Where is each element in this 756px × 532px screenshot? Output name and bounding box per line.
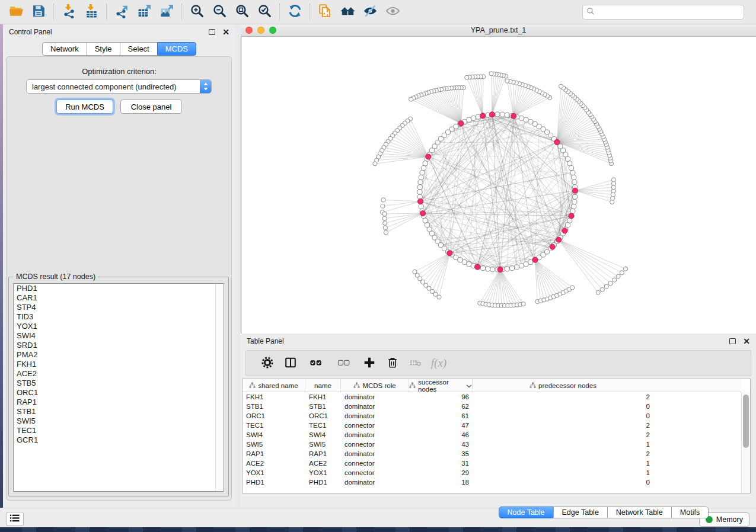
- table-row[interactable]: STB1STB1dominator620: [243, 402, 741, 411]
- float-table-panel-icon[interactable]: [729, 338, 736, 344]
- tab-network[interactable]: Network: [42, 42, 87, 56]
- mcds-result-item[interactable]: STB1: [14, 407, 224, 416]
- table-row[interactable]: ACE2ACE2connector311: [243, 459, 741, 468]
- mcds-result-title: MCDS result (17 nodes): [14, 273, 98, 281]
- control-panel: Control Panel ✕ NetworkStyleSelectMCDS O…: [3, 24, 235, 508]
- mcds-result-item[interactable]: CAR1: [14, 293, 224, 303]
- run-mcds-button[interactable]: Run MCDS: [56, 100, 113, 114]
- delete-column-button[interactable]: [382, 353, 403, 373]
- fx-icon: f(x): [431, 357, 446, 370]
- table-row[interactable]: ORC1ORC1dominator610: [243, 411, 741, 421]
- table-row[interactable]: TEC1TEC1connector472: [243, 421, 741, 430]
- sort-chevron-icon: [466, 382, 472, 389]
- column-header-name[interactable]: name: [305, 379, 341, 392]
- mcds-result-item[interactable]: STB5: [14, 379, 224, 388]
- mcds-result-item[interactable]: SWI4: [14, 331, 224, 341]
- eye-icon: [385, 4, 400, 20]
- show-all-button[interactable]: [382, 3, 403, 21]
- zoom-in-button[interactable]: [187, 3, 207, 21]
- zoom-fit-icon: [235, 4, 250, 20]
- clone-network-button[interactable]: [315, 3, 335, 21]
- mcds-result-item[interactable]: ORC1: [14, 388, 224, 398]
- toolbar-separator: [106, 4, 107, 20]
- mcds-result-item[interactable]: SRD1: [14, 341, 224, 350]
- tab-edge-table[interactable]: Edge Table: [553, 507, 608, 518]
- table-options-button[interactable]: [257, 353, 278, 373]
- close-panel-icon[interactable]: ✕: [222, 29, 229, 35]
- table-row[interactable]: YOX1YOX1connector291: [243, 468, 741, 477]
- export-table-icon: [137, 4, 152, 20]
- column-header-mcds-role[interactable]: MCDS role: [341, 379, 409, 392]
- close-mcds-panel-button[interactable]: Close panel: [120, 100, 182, 114]
- table-row[interactable]: SWI5SWI5connector431: [243, 440, 741, 449]
- tab-network-table[interactable]: Network Table: [607, 507, 672, 518]
- task-history-button[interactable]: [6, 512, 24, 526]
- cell-name: PHD1: [305, 479, 341, 486]
- minimize-window-icon[interactable]: [257, 27, 264, 34]
- mcds-result-item[interactable]: TID3: [14, 312, 224, 322]
- tab-select[interactable]: Select: [120, 42, 158, 56]
- cell-predecessor-nodes: 0: [473, 479, 653, 486]
- desktop-wallpaper-bottom: [0, 527, 756, 532]
- table-scrollbar-thumb[interactable]: [743, 395, 749, 448]
- cell-successor-nodes: 47: [409, 422, 473, 429]
- mcds-result-item[interactable]: FKH1: [14, 360, 224, 369]
- cell-successor-nodes: 43: [409, 441, 473, 448]
- open-folder-icon: [9, 4, 24, 20]
- mcds-result-item[interactable]: TEC1: [14, 426, 224, 435]
- import-network-button[interactable]: [59, 3, 79, 21]
- save-session-button[interactable]: [28, 3, 49, 21]
- mcds-result-item[interactable]: YOX1: [14, 322, 224, 331]
- first-neighbors-button[interactable]: [337, 3, 358, 21]
- table-row[interactable]: FKH1FKH1dominator962: [243, 392, 741, 402]
- optimization-criterion-select[interactable]: largest connected component (undirected): [26, 79, 212, 94]
- float-panel-icon[interactable]: [209, 29, 215, 35]
- column-header-predecessor-nodes[interactable]: predecessor nodes: [473, 379, 653, 392]
- dropdown-stepper-icon: [200, 80, 211, 93]
- mcds-result-item[interactable]: PHD1: [14, 284, 224, 293]
- maximize-window-icon[interactable]: [269, 27, 276, 34]
- mcds-result-item[interactable]: GCR1: [14, 435, 224, 445]
- mcds-result-item[interactable]: RAP1: [14, 398, 224, 407]
- create-column-button[interactable]: [359, 353, 380, 373]
- open-file-button[interactable]: [6, 3, 26, 21]
- mcds-result-item[interactable]: ACE2: [14, 369, 224, 379]
- tab-style[interactable]: Style: [87, 42, 120, 56]
- close-table-panel-icon[interactable]: ✕: [743, 338, 750, 344]
- mcds-result-item[interactable]: SWI5: [14, 416, 224, 426]
- application-window: Control Panel ✕ NetworkStyleSelectMCDS O…: [0, 0, 756, 532]
- table-scrollbar[interactable]: [741, 392, 750, 493]
- tab-mcds[interactable]: MCDS: [157, 42, 196, 56]
- tab-node-table[interactable]: Node Table: [499, 507, 554, 518]
- cell-name: SWI4: [305, 431, 341, 438]
- export-network-button[interactable]: [111, 3, 132, 21]
- export-table-button[interactable]: [134, 3, 154, 21]
- column-header-shared-name[interactable]: shared name: [243, 379, 305, 392]
- zoom-fit-button[interactable]: [232, 3, 252, 21]
- table-row[interactable]: RAP1RAP1dominator352: [243, 449, 741, 459]
- show-columns-button[interactable]: [280, 353, 301, 373]
- table-row[interactable]: SWI4SWI4dominator462: [243, 430, 741, 440]
- tab-motifs[interactable]: Motifs: [671, 507, 709, 518]
- optimization-criterion-label: Optimization criterion:: [3, 67, 235, 76]
- column-header-successor-nodes[interactable]: successor nodes: [409, 379, 473, 392]
- hide-selected-button[interactable]: [360, 3, 380, 21]
- zoom-selected-button[interactable]: [254, 3, 275, 21]
- select-all-button[interactable]: [303, 353, 329, 373]
- cell-name: YOX1: [305, 469, 341, 476]
- zoom-out-button[interactable]: [209, 3, 229, 21]
- toolbar-separator: [279, 4, 280, 20]
- unchecked-boxes-icon: [337, 356, 350, 371]
- search-input[interactable]: [598, 8, 740, 17]
- close-window-icon[interactable]: [245, 27, 253, 34]
- unselect-all-button[interactable]: [331, 353, 357, 373]
- mcds-result-item[interactable]: PMA2: [14, 350, 224, 360]
- mcds-result-item[interactable]: STP4: [14, 303, 224, 312]
- network-canvas[interactable]: [241, 37, 756, 334]
- table-row[interactable]: PHD1PHD1dominator180: [243, 477, 741, 487]
- export-image-button[interactable]: [157, 3, 177, 21]
- network-view-window: YPA_prune.txt_1: [241, 24, 756, 334]
- import-table-button[interactable]: [81, 3, 101, 21]
- mcds-list-scrollbar[interactable]: [215, 284, 224, 491]
- apply-layout-button[interactable]: [285, 3, 305, 21]
